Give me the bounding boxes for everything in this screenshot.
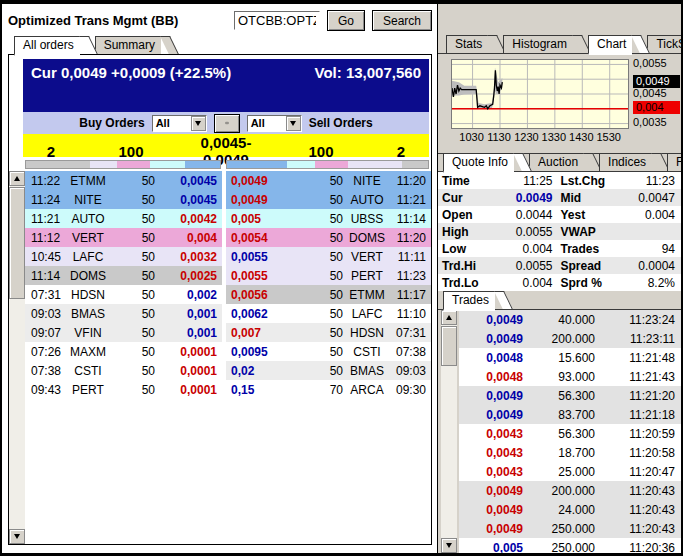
sell-order-row[interactable]: 0,006250LAFC11:10 (226, 304, 431, 323)
orderbook-tabs: All ordersSummary (2, 35, 437, 54)
trade-volume: 200.000 (523, 484, 595, 498)
depth-segment-lavender (90, 161, 117, 168)
scroll-up-button[interactable] (441, 310, 457, 325)
tab-stats[interactable]: Stats (446, 35, 488, 53)
price-chart-plot (451, 59, 629, 129)
tab-trades[interactable]: Trades (443, 291, 495, 311)
chart-x-tick: 1130 (484, 131, 514, 143)
quote-banner: Cur 0,0049 +0,0009 (+22.5%) Vol: 13,007,… (23, 59, 429, 112)
sell-order-row[interactable]: 0,00550UBSS11:14 (226, 209, 431, 228)
tab-all-orders[interactable]: All orders (14, 36, 80, 56)
go-button[interactable]: Go (327, 10, 365, 31)
order-size: 50 (113, 288, 155, 302)
dealer-id: DOMS (343, 231, 391, 245)
chart-y-tick: 0,0055 (633, 57, 667, 70)
order-time: 11:12 (25, 231, 63, 245)
sell-order-row[interactable]: 0,00750HDSN07:31 (226, 323, 431, 342)
tab-tickscope[interactable]: TickScope (647, 35, 681, 53)
tab-indices[interactable]: Indices (599, 153, 652, 171)
search-button[interactable]: Search (372, 10, 432, 31)
sell-order-row[interactable]: 0,005450DOMS11:20 (226, 228, 431, 247)
buy-order-row[interactable]: 07:31HDSN500,002 (25, 285, 222, 304)
buy-filter-dropdown-button[interactable] (191, 116, 206, 131)
quote-label: Mid (555, 191, 611, 205)
quote-label: Trd.Lo (442, 276, 488, 290)
chart-x-axis: 103011301230133014301530 (438, 131, 681, 143)
depth-segment-lavender (348, 161, 402, 168)
buy-order-row[interactable]: 11:21AUTO500,0042 (25, 209, 222, 228)
buy-order-row[interactable]: 10:45LAFC500,0032 (25, 247, 222, 266)
orderbook-scrollbar[interactable] (9, 171, 25, 544)
sell-order-row[interactable]: 0,005550PERT11:23 (226, 266, 431, 285)
trade-volume: 25.000 (523, 465, 595, 479)
tab-chart[interactable]: Chart (588, 35, 632, 55)
sell-order-row[interactable]: 0,005650ETMM11:17 (226, 285, 431, 304)
order-time: 11:11 (391, 250, 431, 264)
order-filter-bar: Buy Orders All All (23, 112, 429, 134)
sell-order-row[interactable]: 0,004950AUTO11:21 (226, 190, 431, 209)
order-size: 50 (113, 307, 155, 321)
buy-order-row[interactable]: 11:12VERT500,004 (25, 228, 222, 247)
order-size: 50 (113, 326, 155, 340)
top-toolbar: Optimized Trans Mgmt (BB) Go Search (2, 4, 437, 35)
ask-price: 0,0054 (226, 231, 286, 245)
buy-order-row[interactable]: 11:14DOMS500,0025 (25, 266, 222, 285)
buy-order-row[interactable]: 09:43PERT500,0001 (25, 380, 222, 399)
current-price-text: Cur 0,0049 +0,0009 (+22.5%) (31, 64, 231, 107)
dealer-id: LAFC (63, 250, 113, 264)
quote-value: 0.0004 (611, 259, 678, 273)
buy-order-row[interactable]: 09:03BMAS500,001 (25, 304, 222, 323)
sell-filter-dropdown-button[interactable] (286, 116, 301, 131)
dealer-id: BMAS (63, 307, 113, 321)
ask-price: 0,0049 (226, 193, 286, 207)
buy-order-row[interactable]: 09:07VFIN500,001 (25, 323, 222, 342)
trade-volume: 56.300 (523, 389, 595, 403)
scrollbar-track[interactable] (441, 325, 457, 538)
order-size: 50 (113, 174, 155, 188)
trade-row: 0,004956.30011:21:20 (459, 386, 681, 405)
symbol-input[interactable] (234, 11, 320, 30)
dealer-id: MAXM (63, 345, 113, 359)
sell-order-row[interactable]: 0,005550VERT11:11 (226, 247, 431, 266)
scroll-down-button[interactable] (9, 529, 25, 544)
buy-order-row[interactable]: 07:38CSTI500,0001 (25, 361, 222, 380)
buy-order-row[interactable]: 11:22ETMM500,0045 (25, 171, 222, 190)
quote-row: Open0.0044Yest0.004 (438, 206, 681, 223)
trades-scrollbar[interactable] (441, 310, 457, 553)
sell-order-row[interactable]: 0,1570ARCA09:30 (226, 380, 431, 399)
quote-label: Time (442, 174, 488, 188)
tab-histogram[interactable]: Histogram (503, 35, 573, 53)
buy-order-row[interactable]: 07:26MAXM500,0001 (25, 342, 222, 361)
buy-order-row[interactable]: 11:24NITE500,0045 (25, 190, 222, 209)
scrollbar-thumb[interactable] (441, 326, 457, 366)
order-size: 50 (286, 250, 343, 264)
depth-segment-cyan (287, 161, 315, 168)
tab-quote-info[interactable]: Quote Info (443, 153, 514, 173)
dealer-id: BMAS (343, 364, 391, 378)
sell-order-row[interactable]: 0,0250BMAS09:03 (226, 361, 431, 380)
link-sides-button[interactable] (214, 114, 240, 133)
order-size: 50 (286, 364, 343, 378)
tab-flow[interactable]: Flow (667, 153, 681, 171)
trade-volume: 93.000 (523, 370, 595, 384)
scroll-up-button[interactable] (9, 171, 25, 186)
sell-order-row[interactable]: 0,009550CSTI07:38 (226, 342, 431, 361)
scroll-down-button[interactable] (441, 538, 457, 553)
scrollbar-track[interactable] (9, 186, 25, 529)
sell-filter-dropdown[interactable]: All (247, 115, 302, 132)
dealer-id: DOMS (63, 269, 113, 283)
sell-order-row[interactable]: 0,004950NITE11:20 (226, 171, 431, 190)
dealer-id: NITE (343, 174, 391, 188)
scrollbar-thumb[interactable] (9, 187, 25, 299)
bid-price: 0,0001 (155, 383, 222, 397)
orderbook-header: Cur 0,0049 +0,0009 (+22.5%) Vol: 13,007,… (23, 59, 429, 157)
ask-price: 0,0055 (226, 250, 286, 264)
tab-summary[interactable]: Summary (95, 36, 161, 54)
tab-auction[interactable]: Auction (529, 153, 584, 171)
order-size: 50 (286, 174, 343, 188)
ask-price: 0,0056 (226, 288, 286, 302)
buy-filter-dropdown[interactable]: All (152, 115, 207, 132)
trading-app-window: Optimized Trans Mgmt (BB) Go Search All … (0, 0, 683, 556)
depth-segment-cyan (150, 161, 185, 168)
chart-x-tick: 1330 (539, 131, 569, 143)
